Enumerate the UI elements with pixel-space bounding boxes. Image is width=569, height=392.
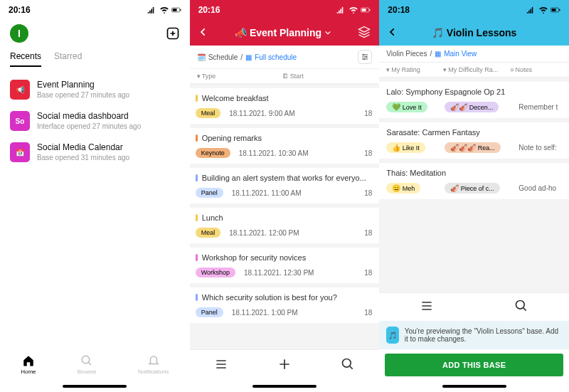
color-stripe bbox=[196, 214, 198, 221]
crumb-view[interactable]: Main View bbox=[444, 50, 477, 58]
svg-point-10 bbox=[363, 58, 365, 60]
home-icon bbox=[22, 354, 35, 367]
crumb-view[interactable]: Full schedule bbox=[255, 53, 297, 61]
col-rating[interactable]: My Rating bbox=[391, 66, 420, 73]
filter-button[interactable] bbox=[358, 50, 372, 64]
toolbar bbox=[379, 292, 569, 321]
records-list[interactable]: Welcome breakfast Meal 18.11.2021. 9:00 … bbox=[190, 84, 380, 349]
record-title: Welcome breakfast bbox=[196, 94, 373, 102]
col-difficulty[interactable]: My Difficulty Ra... bbox=[448, 66, 498, 73]
record-date: 18.11.2021. 11:00 AM bbox=[232, 189, 302, 197]
base-icon: 📅 bbox=[10, 142, 30, 162]
list-item-title: Social media dashboard bbox=[37, 111, 141, 121]
layers-icon bbox=[358, 26, 371, 38]
list-item[interactable]: 📅 Social Media Calendar Base opened 31 m… bbox=[10, 137, 180, 168]
record-fields: 👍 Like It 🎻🎻🎻 Rea... Note to self: bbox=[386, 142, 562, 153]
record[interactable]: Building an alert system that works for … bbox=[190, 168, 380, 203]
record-date: 18.11.2021. 10:30 AM bbox=[239, 149, 309, 157]
record[interactable]: Lalo: Symphony Espagnole Op 21 💚 Love It… bbox=[379, 82, 569, 118]
record-title: Which security solution is best for you? bbox=[196, 293, 373, 302]
base-icon: 📢 bbox=[10, 80, 30, 100]
pill-type: Meal bbox=[196, 228, 221, 238]
home-indicator[interactable] bbox=[0, 381, 190, 392]
col-start[interactable]: Start bbox=[290, 73, 304, 80]
crumb-table[interactable]: Violin Pieces bbox=[386, 50, 427, 58]
col-notes[interactable]: Notes bbox=[516, 66, 533, 73]
menu-button[interactable] bbox=[420, 299, 434, 315]
add-record-button[interactable] bbox=[277, 357, 292, 374]
date-icon: 🗓 bbox=[282, 73, 289, 80]
list-item-title: Event Planning bbox=[37, 80, 129, 90]
svg-rect-13 bbox=[552, 9, 556, 11]
status-time: 20:16 bbox=[198, 5, 220, 15]
record[interactable]: Opening remarks Keynote 18.11.2021. 10:3… bbox=[190, 128, 380, 164]
base-title-text: Violin Lessons bbox=[447, 27, 517, 38]
back-button[interactable] bbox=[388, 27, 398, 39]
status-time: 20:16 bbox=[9, 5, 31, 15]
select-icon: ▾ bbox=[443, 66, 447, 73]
chevron-left-icon bbox=[198, 27, 208, 37]
menu-button[interactable] bbox=[214, 357, 228, 374]
nav-browse[interactable]: Browse bbox=[78, 354, 97, 375]
record-title: Opening remarks bbox=[196, 134, 373, 142]
tab-recents[interactable]: Recents bbox=[10, 51, 41, 67]
record-fields: Meal 18.11.2021. 12:00 PM 18 bbox=[196, 228, 373, 238]
record[interactable]: Sarasate: Carmen Fantasy 👍 Like It 🎻🎻🎻 R… bbox=[379, 122, 569, 159]
color-stripe bbox=[196, 95, 198, 102]
status-bar: 20:18 bbox=[379, 0, 569, 20]
color-stripe bbox=[196, 294, 198, 301]
record-fields: 😑 Meh 🎻 Piece of c... Good ad-ho bbox=[386, 183, 562, 194]
record-title: Building an alert system that works for … bbox=[196, 174, 373, 182]
list-item[interactable]: So Social media dashboard Interface open… bbox=[10, 105, 180, 137]
menu-icon bbox=[214, 357, 228, 371]
svg-point-9 bbox=[366, 56, 367, 58]
home-indicator[interactable] bbox=[379, 381, 569, 392]
search-button[interactable] bbox=[341, 357, 355, 374]
preview-banner: 🎵 You're previewing the "Violin Lessons"… bbox=[379, 321, 569, 349]
pill-type: Keynote bbox=[196, 148, 230, 158]
battery-icon bbox=[171, 6, 181, 14]
pill-type: Panel bbox=[196, 188, 223, 198]
nav-home-label: Home bbox=[21, 369, 36, 375]
back-button[interactable] bbox=[198, 27, 208, 39]
base-title: 🎵 Violin Lessons bbox=[432, 27, 517, 38]
calendar-icon: 🗓️ bbox=[197, 53, 206, 61]
col-type[interactable]: Type bbox=[202, 73, 216, 80]
record-fields: 💚 Love It 🎻🎻 Decen... Remember t bbox=[386, 102, 562, 112]
column-headers: ▾Type 🗓Start bbox=[190, 69, 380, 84]
preview-text: You're previewing the "Violin Lessons" b… bbox=[405, 327, 562, 343]
avatar-initial: I bbox=[18, 28, 21, 39]
record-end: 18 bbox=[364, 189, 372, 197]
add-this-base-button[interactable]: ADD THIS BASE bbox=[385, 354, 563, 376]
text-icon: ≡ bbox=[510, 66, 514, 73]
svg-rect-6 bbox=[362, 9, 366, 11]
svg-point-8 bbox=[363, 54, 364, 55]
megaphone-icon: 📣 bbox=[235, 27, 247, 38]
record-end: 18 bbox=[364, 149, 372, 157]
add-button[interactable] bbox=[166, 26, 180, 41]
music-icon: 🎵 bbox=[386, 327, 398, 344]
avatar[interactable]: I bbox=[10, 24, 28, 43]
record[interactable]: Thais: Meditation 😑 Meh 🎻 Piece of c... … bbox=[379, 163, 569, 199]
status-time: 20:18 bbox=[388, 5, 410, 15]
base-title-button[interactable]: 📣 Event Planning bbox=[235, 27, 331, 38]
pill-rating: 😑 Meh bbox=[386, 183, 420, 194]
tab-starred[interactable]: Starred bbox=[54, 51, 82, 67]
record-title: Workshop for security novices bbox=[196, 253, 373, 262]
svg-rect-1 bbox=[172, 9, 176, 11]
signal-icon bbox=[526, 6, 536, 14]
record[interactable]: Welcome breakfast Meal 18.11.2021. 9:00 … bbox=[190, 88, 380, 124]
record[interactable]: Lunch Meal 18.11.2021. 12:00 PM 18 bbox=[190, 208, 380, 243]
home-indicator[interactable] bbox=[190, 381, 380, 392]
record[interactable]: Workshop for security novices Workshop 1… bbox=[190, 248, 380, 283]
nav-notifications[interactable]: Notifications bbox=[138, 354, 169, 375]
list-item-title: Social Media Calendar bbox=[37, 142, 129, 152]
record[interactable]: Which security solution is best for you?… bbox=[190, 287, 380, 323]
record-date: 18.11.2021. 9:00 AM bbox=[229, 110, 294, 117]
records-list[interactable]: Lalo: Symphony Espagnole Op 21 💚 Love It… bbox=[379, 78, 569, 292]
search-button[interactable] bbox=[514, 299, 528, 315]
crumb-schedule[interactable]: Schedule bbox=[208, 53, 238, 61]
nav-home[interactable]: Home bbox=[21, 354, 36, 375]
layers-button[interactable] bbox=[358, 26, 371, 41]
list-item[interactable]: 📢 Event Planning Base opened 27 minutes … bbox=[10, 74, 180, 105]
